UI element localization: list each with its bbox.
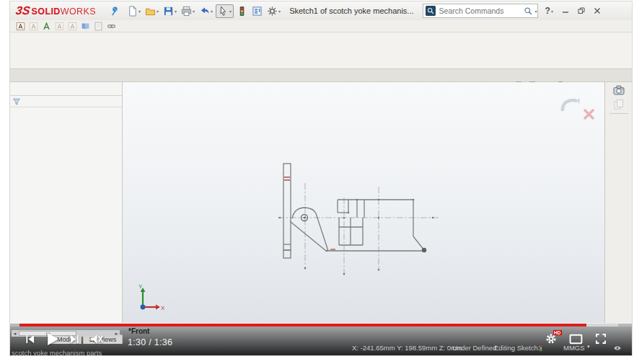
note-icon[interactable] [16, 22, 25, 31]
search-dropdown-icon[interactable]: ▾ [535, 9, 537, 14]
search-commands-box: ▾ [423, 4, 538, 18]
filter-funnel-icon[interactable] [12, 97, 21, 106]
command-ribbon [10, 32, 632, 69]
bottom-overlay: Model 3D Views ◄ ► *Front 1:30 / 1:36 HD… [10, 327, 632, 355]
minimize-button[interactable] [562, 7, 569, 14]
hide-items-icon [94, 22, 103, 31]
document-name-status: scotch yoke mechanism parts [12, 349, 102, 355]
search-icon[interactable] [524, 6, 533, 16]
file-properties-button[interactable] [250, 5, 264, 17]
hyperlink-icon[interactable] [107, 22, 116, 31]
new-document-button[interactable]: ▾ [126, 5, 142, 17]
player-right-controls: HD [545, 333, 607, 345]
solidworks-window: 3S SOLID WORKS ▾ ▾ ▾ ▾ ▾ ▾ ▾ Sketch1 of … [10, 1, 632, 355]
rebuild-button[interactable] [235, 5, 249, 17]
select-button[interactable]: ▾ [216, 4, 234, 18]
feature-tree [10, 107, 122, 109]
save-button[interactable]: ▾ [162, 5, 178, 17]
editing-mode: Editing Sketch1 [494, 344, 542, 352]
units-dropdown-icon[interactable]: ▾ [587, 344, 590, 350]
design-binder-icon[interactable] [81, 22, 90, 31]
player-settings-button[interactable]: HD [545, 333, 557, 345]
undo-button[interactable]: ▾ [198, 5, 214, 17]
spellcheck-icon[interactable] [42, 22, 51, 31]
status-bar: X: -241.65mm Y: 198.59mm Z: 0mm Under De… [10, 344, 632, 354]
tree-filter-row[interactable] [10, 96, 122, 107]
stacked-balloon-icon [55, 22, 64, 31]
search-commands-icon [426, 6, 436, 16]
task-pane [604, 82, 632, 323]
next-video-button[interactable] [69, 334, 80, 345]
graphics-area[interactable] [123, 82, 604, 323]
restore-button[interactable] [578, 7, 585, 14]
fullscreen-button[interactable] [595, 333, 607, 345]
pin-icon[interactable] [107, 5, 121, 17]
theater-mode-button[interactable] [569, 334, 583, 345]
open-button[interactable]: ▾ [144, 5, 160, 17]
title-bar: 3S SOLID WORKS ▾ ▾ ▾ ▾ ▾ ▾ ▾ Sketch1 of … [10, 1, 632, 21]
feature-manager-panel [10, 82, 123, 323]
logo-3s-mark: 3S [15, 4, 31, 17]
search-input[interactable] [438, 6, 524, 16]
scroll-right-icon[interactable]: ► [113, 332, 120, 336]
sketch-status-icon [537, 345, 545, 352]
hd-badge: HD [553, 330, 562, 335]
standard-toolbar: ▾ ▾ ▾ ▾ ▾ ▾ ▾ [126, 4, 282, 18]
manager-tab-strip [10, 82, 122, 96]
pointer-coordinates: X: -241.65mm Y: 198.59mm Z: 0mm [352, 344, 462, 352]
copy-settings-icon [613, 99, 625, 110]
commandmanager-tabs [10, 69, 632, 82]
screen-capture-icon[interactable] [613, 84, 625, 96]
auto-balloon-icon [68, 22, 77, 31]
previous-video-button[interactable] [25, 334, 35, 345]
page: 3S SOLID WORKS ▾ ▾ ▾ ▾ ▾ ▾ ▾ Sketch1 of … [0, 0, 634, 364]
close-button[interactable] [594, 7, 601, 14]
help-button[interactable]: ? [545, 6, 550, 16]
solidworks-logo: 3S SOLID WORKS [16, 4, 96, 17]
document-title: Sketch1 of scotch yoke mechanis... [289, 6, 413, 15]
units-selector[interactable]: MMGS [563, 344, 585, 352]
print-button[interactable]: ▾ [180, 5, 196, 17]
sketch-state: Under Defined [452, 344, 496, 352]
view-orientation-label: *Front [128, 327, 149, 335]
help-dropdown-icon[interactable]: ▾ [551, 9, 553, 14]
options-button[interactable]: ▾ [265, 5, 282, 17]
scroll-left-icon[interactable]: ◄ [12, 332, 18, 336]
status-eye-icon[interactable] [613, 344, 622, 352]
annotation-toolbar [10, 20, 632, 32]
balloon-icon [29, 22, 38, 31]
